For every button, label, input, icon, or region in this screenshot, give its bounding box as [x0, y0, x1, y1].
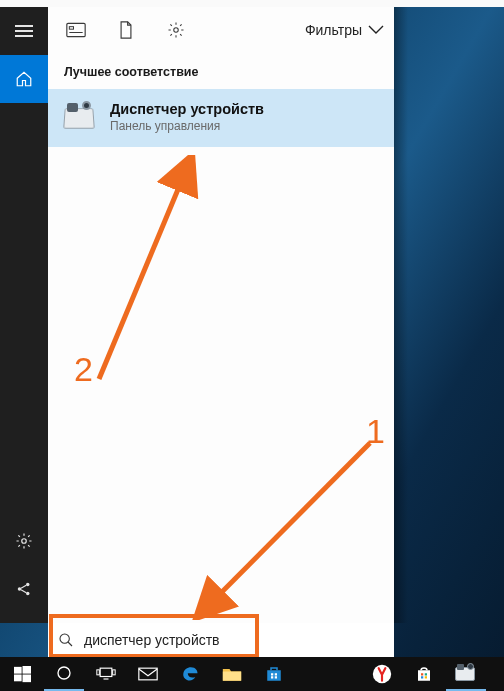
device-manager-icon — [64, 103, 96, 131]
search-box[interactable]: диспетчер устройств — [48, 623, 394, 657]
svg-rect-30 — [425, 676, 427, 678]
svg-rect-10 — [14, 666, 22, 673]
mail-icon — [138, 667, 158, 681]
result-text: Диспетчер устройств Панель управления — [110, 101, 264, 133]
svg-rect-29 — [421, 676, 423, 678]
svg-rect-12 — [14, 674, 22, 681]
filter-apps-button[interactable] — [62, 16, 90, 44]
svg-rect-11 — [22, 666, 31, 674]
edge-button[interactable] — [170, 657, 210, 691]
svg-point-7 — [60, 634, 69, 643]
svg-point-0 — [22, 539, 27, 544]
svg-rect-21 — [271, 673, 273, 675]
feedback-button[interactable] — [0, 565, 48, 613]
svg-rect-27 — [421, 673, 423, 675]
svg-rect-17 — [113, 670, 116, 675]
filters-label: Фильтры — [305, 22, 362, 38]
window-titlebar-strip — [0, 0, 504, 7]
cortana-button[interactable] — [44, 657, 84, 691]
svg-rect-16 — [97, 670, 100, 675]
windows-icon — [14, 666, 31, 683]
svg-rect-4 — [67, 23, 85, 36]
svg-rect-23 — [271, 676, 273, 678]
yandex-button[interactable] — [362, 657, 402, 691]
svg-rect-15 — [100, 668, 112, 676]
cortana-left-rail — [0, 7, 48, 623]
chevron-down-icon — [368, 25, 384, 35]
result-subtitle: Панель управления — [110, 119, 264, 133]
svg-rect-24 — [275, 676, 277, 678]
best-match-result[interactable]: Диспетчер устройств Панель управления — [48, 89, 394, 147]
folder-icon — [222, 666, 242, 682]
svg-rect-28 — [425, 673, 427, 675]
svg-point-3 — [26, 592, 29, 595]
svg-rect-19 — [223, 672, 241, 681]
search-icon — [58, 632, 74, 648]
bag-icon — [415, 665, 433, 683]
apps-icon — [66, 22, 86, 38]
svg-point-14 — [58, 667, 70, 679]
share-icon — [15, 580, 33, 598]
cortana-icon — [55, 664, 73, 682]
device-manager-taskbar-button[interactable] — [446, 657, 486, 691]
svg-rect-13 — [22, 674, 31, 682]
svg-rect-5 — [69, 27, 73, 30]
store-icon — [265, 665, 283, 683]
section-best-match: Лучшее соответствие — [48, 53, 394, 89]
panel-toolbar: Фильтры — [48, 7, 394, 53]
result-title: Диспетчер устройств — [110, 101, 264, 117]
yandex-icon — [372, 664, 392, 684]
settings-button[interactable] — [0, 517, 48, 565]
filter-documents-button[interactable] — [112, 16, 140, 44]
svg-point-1 — [18, 587, 21, 590]
gear-icon — [167, 21, 185, 39]
svg-rect-18 — [139, 668, 157, 680]
task-view-icon — [96, 667, 116, 681]
svg-point-2 — [26, 583, 29, 586]
search-input-value: диспетчер устройств — [84, 632, 220, 648]
document-icon — [118, 21, 134, 39]
hamburger-icon — [15, 22, 33, 40]
file-explorer-button[interactable] — [212, 657, 252, 691]
gear-icon — [15, 532, 33, 550]
edge-icon — [181, 665, 199, 683]
home-icon — [15, 70, 33, 88]
svg-rect-22 — [275, 673, 277, 675]
panel-body — [48, 147, 394, 623]
store-button[interactable] — [254, 657, 294, 691]
filter-settings-button[interactable] — [162, 16, 190, 44]
taskbar — [0, 657, 504, 691]
svg-point-6 — [174, 28, 179, 33]
menu-button[interactable] — [0, 7, 48, 55]
filters-dropdown[interactable]: Фильтры — [305, 22, 384, 38]
search-results-panel: Фильтры Лучшее соответствие Диспетчер ус… — [48, 7, 394, 623]
start-button[interactable] — [2, 657, 42, 691]
task-view-button[interactable] — [86, 657, 126, 691]
svg-rect-20 — [267, 670, 281, 681]
mail-button[interactable] — [128, 657, 168, 691]
svg-rect-26 — [418, 670, 430, 681]
store-bag-button[interactable] — [404, 657, 444, 691]
device-manager-small-icon — [455, 663, 477, 683]
home-button[interactable] — [0, 55, 48, 103]
